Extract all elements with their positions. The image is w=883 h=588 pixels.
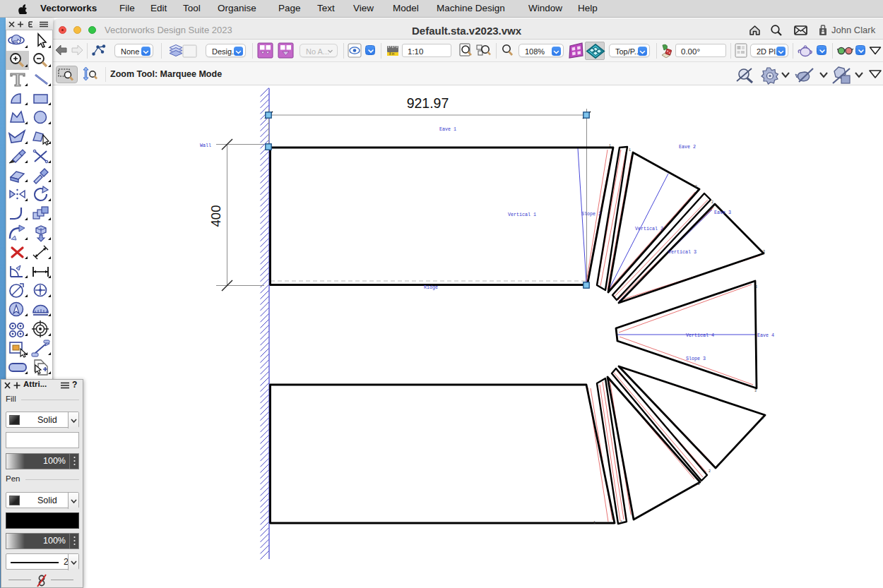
svg-text:1: 1 — [609, 144, 611, 148]
svg-text:Eave 2: Eave 2 — [679, 144, 696, 150]
svg-text:Slope 3: Slope 3 — [686, 356, 706, 361]
svg-text:2: 2 — [695, 185, 697, 189]
svg-text:Vertical 1: Vertical 1 — [508, 212, 536, 217]
svg-text:Eave 3: Eave 3 — [714, 210, 731, 215]
svg-text:1: 1 — [593, 521, 595, 525]
svg-text:Wall: Wall — [200, 143, 211, 148]
svg-text:2: 2 — [698, 482, 700, 486]
svg-text:Eave 1: Eave 1 — [439, 126, 456, 132]
svg-text:Slope 2: Slope 2 — [581, 211, 601, 217]
svg-text:1: 1 — [620, 520, 622, 524]
svg-text:3: 3 — [763, 250, 765, 254]
svg-text:Eave 4: Eave 4 — [757, 332, 774, 338]
svg-text:Vertical 2: Vertical 2 — [635, 226, 663, 232]
svg-text:400: 400 — [208, 205, 223, 227]
svg-text:Vertical 3: Vertical 3 — [668, 249, 697, 255]
svg-text:3: 3 — [754, 389, 757, 393]
svg-text:2: 2 — [709, 469, 711, 474]
svg-text:3: 3 — [761, 416, 764, 421]
svg-text:Ridge: Ridge — [424, 284, 438, 290]
svg-text:2: 2 — [711, 200, 713, 205]
svg-text:Vertical 4: Vertical 4 — [686, 332, 714, 338]
svg-text:1: 1 — [629, 148, 631, 152]
svg-text:921.97: 921.97 — [407, 95, 449, 111]
svg-text:3: 3 — [755, 285, 757, 289]
